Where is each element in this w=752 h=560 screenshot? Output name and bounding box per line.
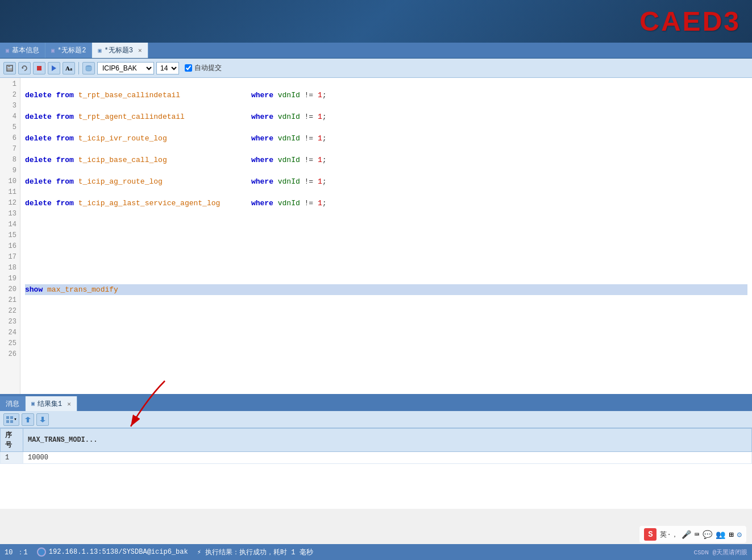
execution-status: ⚡ 执行结果：执行成功，耗时 1 毫秒 — [197, 547, 313, 557]
results-grid-btn[interactable]: ▾ — [3, 413, 19, 426]
svg-marker-3 — [22, 67, 24, 69]
watermark-icon-keyboard: ⌨ — [695, 530, 699, 540]
tab-basic-info[interactable]: ▣ 基本信息 — [0, 43, 45, 58]
svg-rect-10 — [6, 420, 9, 423]
svg-rect-4 — [37, 66, 41, 70]
watermark-credit: CSDN @天黑请闭眼 — [693, 548, 747, 557]
watermark-icon-chat: 💬 — [703, 530, 712, 540]
col-header-max-trans: MAX_TRANS_MODI... — [23, 429, 752, 452]
toolbar: Aa ICIP6_BAK 14 12 16 自动提交 — [0, 59, 752, 78]
toolbar-separator — [78, 62, 79, 74]
bottom-toolbar: ▾ — [0, 411, 752, 428]
toolbar-btn-font[interactable]: Aa — [63, 62, 75, 74]
svg-rect-11 — [10, 420, 13, 423]
watermark-area: S 英·， 🎤 ⌨ 💬 👥 ⊞ ⚙ — [639, 526, 746, 543]
watermark-icon-gear: ⚙ — [737, 530, 742, 540]
font-size-select[interactable]: 14 12 16 — [156, 62, 179, 74]
database-select[interactable]: ICIP6_BAK — [97, 62, 154, 74]
results-copy-btn[interactable] — [36, 413, 49, 426]
connection-icon — [37, 547, 46, 557]
toolbar-btn-stop[interactable] — [33, 62, 45, 74]
tab-bar: ▣ 基本信息 ▣ *无标题2 ▣ *无标题3 ✕ — [0, 43, 752, 59]
cell-rownum: 1 — [1, 452, 23, 464]
toolbar-btn-save[interactable] — [3, 62, 16, 74]
svg-rect-1 — [8, 65, 10, 67]
svg-marker-5 — [52, 65, 56, 71]
line-numbers: 123456 789101112 131415161718 1920212223… — [0, 78, 20, 394]
tab-untitled2[interactable]: ▣ *无标题2 — [45, 43, 92, 58]
bottom-tab-results[interactable]: ▣ 结果集1 ✕ — [26, 396, 77, 411]
cursor-position: 10 ：1 — [5, 547, 28, 557]
status-bar: 10 ：1 192.168.1.13:5138/SYSDBA@icip6_bak… — [0, 544, 752, 560]
auto-commit-label[interactable]: 自动提交 — [185, 63, 222, 73]
bottom-panel: 消息 ▣ 结果集1 ✕ ▾ 序号 MAX_TRANS_MODI... — [0, 395, 752, 509]
results-export-btn[interactable] — [22, 413, 34, 426]
toolbar-btn-execute[interactable] — [48, 62, 60, 74]
tab-close-icon[interactable]: ✕ — [138, 47, 142, 54]
header-bar: CAED3 — [0, 0, 752, 43]
tab-untitled3[interactable]: ▣ *无标题3 ✕ — [92, 43, 148, 58]
col-header-rownum: 序号 — [1, 429, 23, 452]
results-table: 序号 MAX_TRANS_MODI... 1 10000 — [0, 428, 752, 509]
svg-rect-2 — [7, 68, 12, 70]
auto-commit-checkbox[interactable] — [185, 64, 192, 72]
toolbar-btn-refresh[interactable] — [18, 62, 31, 74]
svg-rect-9 — [10, 416, 13, 419]
s-logo: S — [644, 528, 657, 541]
code-editor[interactable]: delete from t_rpt_base_callindetail wher… — [20, 78, 752, 394]
editor-container: 123456 789101112 131415161718 1920212223… — [0, 78, 752, 395]
connection-info: 192.168.1.13:5138/SYSDBA@icip6_bak — [37, 547, 188, 557]
logo: CAED3 — [639, 6, 741, 37]
toolbar-btn-db[interactable] — [82, 62, 95, 74]
watermark-icon-grid: ⊞ — [729, 530, 733, 540]
results-tab-close-icon[interactable]: ✕ — [67, 400, 71, 408]
table-row: 1 10000 — [1, 452, 752, 464]
watermark-icon-mic: 🎤 — [682, 530, 691, 540]
svg-marker-13 — [40, 417, 45, 422]
bottom-tab-messages[interactable]: 消息 — [0, 396, 26, 411]
watermark-icon-users: 👥 — [716, 530, 725, 540]
svg-marker-12 — [25, 417, 31, 422]
watermark-text: 英·， — [660, 530, 678, 540]
svg-rect-8 — [6, 416, 9, 419]
cell-value: 10000 — [23, 452, 752, 464]
bottom-tab-bar: 消息 ▣ 结果集1 ✕ — [0, 396, 752, 411]
